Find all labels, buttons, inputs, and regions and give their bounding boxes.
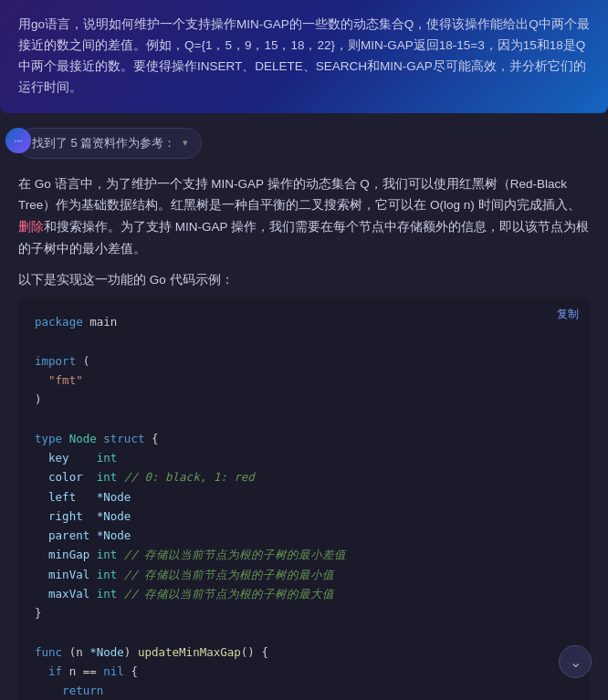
code-line-import-close: ) [35,390,573,409]
assistant-icon: ··· [5,128,31,153]
code-line-field-maxval: maxVal int // 存储以当前节点为根的子树的最大值 [35,584,573,603]
chevron-down-icon: ▾ [183,137,188,149]
code-intro-label: 以下是实现这一功能的 Go 代码示例： [18,272,590,288]
code-line-field-right: right *Node [35,507,573,526]
code-line-field-mingap: minGap int // 存储以当前节点为根的子树的最小差值 [35,545,573,564]
code-line-import: import ( [35,351,573,371]
response-paragraph: 在 Go 语言中，为了维护一个支持 MIN-GAP 操作的动态集合 Q，我们可以… [18,173,590,260]
code-line-blank2 [35,410,573,429]
sources-label: 找到了 5 篇资料作为参考： [32,135,175,151]
code-line-blank3 [35,622,573,642]
highlight-delete: 删除 [18,220,44,234]
scroll-down-button[interactable]: ⌄ [559,645,592,678]
copy-button[interactable]: 复制 [557,307,579,322]
code-content: package main import ( "fmt" ) type Node … [35,312,573,700]
code-block: 复制 package main import ( "fmt" ) type No… [18,298,590,700]
code-line-field-minval: minVal int // 存储以当前节点为根的子树的最小值 [35,565,573,584]
code-line-if-nil: if n == nil { [35,662,573,681]
sources-dropdown[interactable]: 找到了 5 篇资料作为参考： ▾ [18,128,202,159]
code-line-return: return [35,681,573,700]
code-line-field-color: color int // 0: black, 1: red [35,467,573,486]
code-line-package: package main [35,312,573,331]
code-line-type: type Node struct { [35,429,573,448]
code-line-field-key: key int [35,448,573,467]
code-line-fmt: "fmt" [35,371,573,390]
code-line-func: func (n *Node) updateMinMaxGap() { [35,643,573,662]
code-line-struct-close: } [35,603,573,622]
code-line-blank1 [35,332,573,351]
chevron-down-icon: ⌄ [570,653,582,671]
top-message-text: 用go语言，说明如何维护一个支持操作MIN-GAP的一些数的动态集合Q，使得该操… [18,15,590,99]
content-area: 找到了 5 篇资料作为参考： ▾ 在 Go 语言中，为了维护一个支持 MIN-G… [0,113,608,700]
code-line-field-parent: parent *Node [35,526,573,545]
top-message-block: 用go语言，说明如何维护一个支持操作MIN-GAP的一些数的动态集合Q，使得该操… [0,0,608,113]
code-line-field-left: left *Node [35,487,573,507]
main-container: 用go语言，说明如何维护一个支持操作MIN-GAP的一些数的动态集合Q，使得该操… [0,0,608,700]
